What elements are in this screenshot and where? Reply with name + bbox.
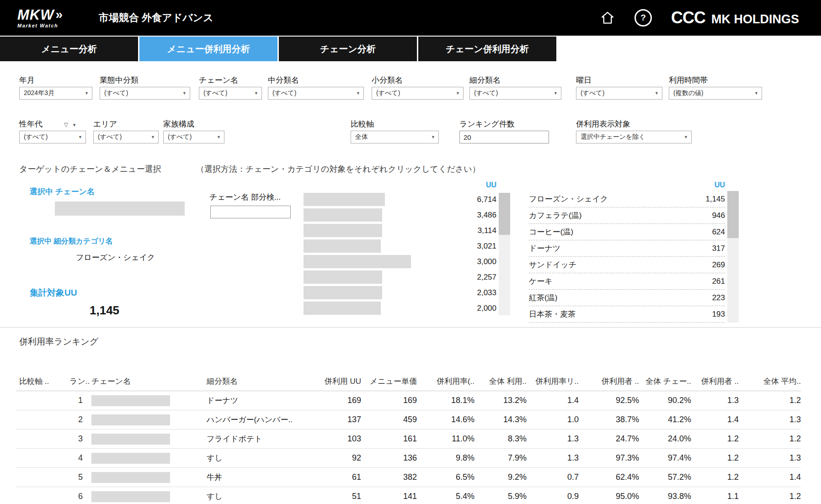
ranking-row[interactable]: 2 ハンバーガー(ハンバー.. 137 459 14.6% 14.3% 1.0 … [16,410,801,430]
filter-sub-category-select[interactable]: (すべて) ▼ [372,87,464,100]
overall-usage-cell: 8.3% [474,430,527,449]
rank-cell: 3 [69,430,91,449]
ranking-count-control: ランキング件数 [459,119,549,143]
chain-list-item[interactable]: 2,000 [304,302,496,315]
ranking-row[interactable]: 4 すし 92 136 9.8% 7.9% 1.3 97.3% 97.4% 1.… [16,449,801,468]
menu-list-item[interactable]: コーヒー(温) 624 [529,224,725,240]
menu-list-scrollbar[interactable] [727,191,739,323]
menu-uu-value: 624 [712,228,725,237]
tab-chain-analysis[interactable]: チェーン分析 [279,37,417,61]
scrollbar-thumb[interactable] [727,191,739,238]
redacted-chain-name [91,395,170,406]
chain-list-item[interactable]: 6,714 [304,193,496,206]
filter-year-month-select[interactable]: 2024年3月 ▼ [19,87,92,100]
chain-list-item[interactable]: 3,114 [304,224,496,237]
chain-list-item[interactable]: 2,257 [304,271,496,284]
chevron-down-icon: ▼ [182,91,187,95]
ranking-row[interactable]: 6 すし 51 141 5.4% 5.9% 0.9 95.0% 93.8% 1.… [16,487,801,504]
chain-cell [91,391,201,410]
redacted-chain-name [304,255,411,268]
overall-avg-cell: 1.2 [739,430,801,449]
menu-name: 日本茶・麦茶 [529,309,576,319]
chain-list-item[interactable]: 3,021 [304,239,496,253]
filter-time-slot-value: (複数の値) [673,89,704,97]
filter-area-select[interactable]: (すべて) ▼ [93,131,159,143]
category-cell: フライドポテト [201,430,315,449]
filter-business-category-select[interactable]: (すべて) ▼ [100,87,190,100]
menu-list-item[interactable]: ドーナツ 317 [529,240,725,257]
chevron-down-icon[interactable]: ▾ [73,122,76,127]
filter-area-value: (すべて) [98,133,122,141]
menu-price-cell: 382 [361,468,417,487]
col-header-compare-axis: 比較軸 .. [16,366,69,391]
chain-search-input[interactable] [210,206,291,218]
overall-usage-cell: 7.9% [474,449,527,468]
co-usage-rate-cell: 5.4% [417,487,474,504]
chain-list-item[interactable]: 3,486 [304,208,496,222]
menu-price-cell: 161 [361,430,417,449]
co-usage-uu-cell: 137 [315,410,361,430]
filter-chain-name-select[interactable]: (すべて) ▼ [199,87,262,100]
tab-menu-analysis[interactable]: メニュー分析 [0,37,138,61]
ranking-count-label: ランキング件数 [459,119,549,128]
chevron-down-icon: ▼ [85,91,89,95]
chain-uu-value: 2,000 [477,304,496,313]
redacted-chain-name [91,434,170,445]
filter-chain-name-value: (すべて) [203,89,227,97]
co-usage-lift-cell: 1.3 [527,449,579,468]
rank-cell: 1 [69,391,91,410]
filter-day-of-week-select[interactable]: (すべて) ▼ [576,87,662,100]
menu-list-item[interactable]: フローズン・シェイク 1,145 [529,191,725,207]
ranking-count-input[interactable] [459,131,549,143]
co-usage-rate-cell: 11.0% [417,430,474,449]
scrollbar-thumb[interactable] [499,193,510,235]
ranking-row[interactable]: 1 ドーナツ 169 169 18.1% 13.2% 1.4 92.5% 90.… [16,391,801,410]
filter-mid-category-select[interactable]: (すべて) ▼ [268,87,364,100]
chain-list-scrollbar[interactable] [499,193,510,315]
filter-family-composition-select[interactable]: (すべて) ▼ [163,131,224,143]
home-icon[interactable] [600,10,615,26]
compare-axis-select[interactable]: 全体 ▼ [351,131,439,143]
overall-usage-cell: 13.2% [474,391,527,410]
co-usage-rate-cell: 9.8% [417,449,474,468]
chevron-down-icon: ▼ [431,135,435,139]
co-usage-lift-cell: 1.4 [527,391,579,410]
redacted-chain-name [304,239,381,253]
co-usage-target-select[interactable]: 選択中チェーンを除く ▼ [576,131,692,143]
chain-list-item[interactable]: 2,033 [304,286,496,299]
co-user-ratio-cell: 1.4 [691,410,739,430]
co-usage-lift-cell: 1.3 [527,430,579,449]
menu-list-item[interactable]: 日本茶・麦茶 193 [529,306,725,323]
filter-day-of-week: 曜日 (すべて) ▼ [576,75,662,100]
filter-gender-age-select[interactable]: (すべて) ▼ [19,131,86,143]
filter-time-slot-select[interactable]: (複数の値) ▼ [669,87,762,100]
chain-uu-list: 6,714 3,486 3,114 3,021 3,000 2,257 2,03… [304,193,496,317]
co-usage-ranking-table: 比較軸 .. ラン.. チェーン名 細分類名 併利用 UU メニュー単価 併利用… [16,366,801,504]
chain-cell [91,487,201,504]
menu-list-item[interactable]: サンドイッチ 269 [529,257,725,273]
chain-uu-value: 3,021 [477,242,496,251]
col-header-overall-avg: 全体 平均.. [739,366,801,391]
col-header-category: 細分類名 [201,366,315,391]
tab-menu-co-usage-analysis[interactable]: メニュー併利用分析 [139,37,277,61]
axis-cell [16,430,69,449]
filter-year-month-value: 2024年3月 [24,89,54,97]
chain-uu-value: 3,486 [477,211,496,220]
dashboard-page: MKW » Market Watch 市場競合 外食アドバンス ? CCC MK… [0,0,821,504]
co-usage-uu-cell: 92 [315,449,361,468]
chain-list-item[interactable]: 3,000 [304,255,496,268]
chain-cell [91,468,201,487]
col-header-co-usage-lift: 併利用率リ.. [527,366,579,391]
ranking-row[interactable]: 5 牛丼 61 382 6.5% 9.2% 0.7 62.4% 57.2% 1.… [16,468,801,487]
co-user-pct-cell: 95.0% [579,487,639,504]
filter-sub-category: 小分類名 (すべて) ▼ [372,75,464,100]
tab-chain-co-usage-analysis[interactable]: チェーン併利用分析 [418,37,556,61]
filter-funnel-icon[interactable]: ▽ [64,122,68,128]
menu-list-item[interactable]: 紅茶(温) 223 [529,290,725,306]
filter-detail-category-select[interactable]: (すべて) ▼ [469,87,561,100]
menu-list-item[interactable]: ケーキ 261 [529,273,725,290]
brand-name-text: MK HOLDINGS [711,12,799,27]
ranking-row[interactable]: 3 フライドポテト 103 161 11.0% 8.3% 1.3 24.7% 2… [16,430,801,449]
menu-list-item[interactable]: カフェラテ(温) 946 [529,207,725,224]
help-icon[interactable]: ? [634,9,652,27]
